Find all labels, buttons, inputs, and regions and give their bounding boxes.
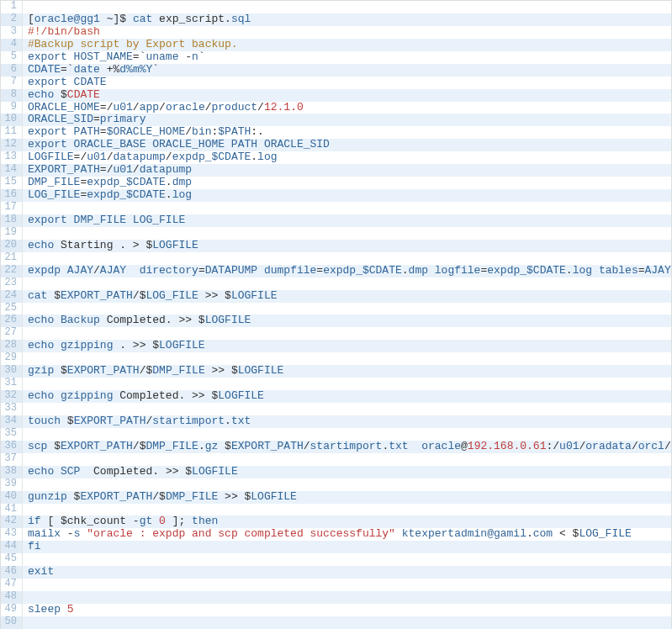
line-content: LOGFILE=/u01/datapump/expdp_$CDATE.log (23, 151, 278, 164)
token: ORACLE_SID (257, 139, 330, 151)
line-number: 46 (1, 566, 23, 579)
token: DMP_FILE (146, 441, 198, 452)
token: ]; (166, 515, 185, 527)
token: app (140, 102, 159, 114)
code-line: 4#Backup script by Export backup. (1, 39, 671, 51)
token: orcl (638, 441, 664, 452)
line-number: 29 (1, 352, 23, 365)
token: txt (389, 441, 408, 452)
line-number: 19 (1, 227, 23, 240)
token: >> (172, 314, 192, 326)
token: dmp (409, 265, 428, 277)
token: / (166, 151, 172, 163)
token: date (74, 64, 100, 76)
line-content: ORACLE_HOME=/u01/app/oracle/product/12.1… (23, 102, 304, 114)
code-line: 20echo Starting . > $LOGFILE (1, 240, 671, 252)
code-line: 2[oracle@gg1 ~]$ cat exp_script.sql (1, 13, 671, 26)
token: = (93, 114, 100, 125)
token: SCP (54, 466, 80, 478)
line-content: export DMP_FILE LOG_FILE (23, 214, 185, 227)
code-line: 14EXPORT_PATH=/u01/datapump (1, 164, 671, 177)
token: fi (28, 541, 41, 552)
token: / (205, 102, 212, 114)
token: EXPORT_PATH (28, 164, 100, 176)
token: LOG_FILE (126, 214, 185, 226)
line-content: export HOST_NAME=`uname -n` (23, 51, 205, 64)
token: expdp_$CDATE (87, 189, 166, 201)
line-number: 15 (1, 177, 23, 189)
token: [ (41, 515, 55, 527)
line-content (23, 227, 34, 240)
code-line: 9ORACLE_HOME=/u01/app/oracle/product/12.… (1, 102, 671, 114)
token: EXPORT_PATH (74, 415, 146, 427)
code-editor: 1 2[oracle@gg1 ~]$ cat exp_script.sql3#!… (0, 0, 672, 629)
line-number: 22 (1, 265, 23, 278)
code-line: 7export CDATE (1, 77, 671, 89)
line-content (23, 591, 34, 604)
line-content: echo Starting . > $LOGFILE (23, 240, 198, 252)
line-content: touch $EXPORT_PATH/startimport.txt (23, 415, 251, 428)
line-number: 36 (1, 441, 23, 453)
line-number: 32 (1, 390, 23, 403)
token: LOG_FILE (579, 528, 631, 540)
token: log (172, 189, 192, 201)
code-line: 41 (1, 504, 671, 516)
token: $ (238, 491, 251, 503)
token: DMP_FILE (152, 365, 204, 377)
line-number: 31 (1, 378, 23, 390)
token: / (632, 441, 638, 452)
line-content: gunzip $EXPORT_PATH/$DMP_FILE >> $LOGFIL… (23, 491, 297, 504)
code-line: 27 (1, 327, 671, 340)
code-line: 36scp $EXPORT_PATH/$DMP_FILE.gz $EXPORT_… (1, 441, 671, 453)
token: sleep (28, 604, 61, 616)
code-line: 21 (1, 252, 671, 265)
token: CDATE (28, 64, 61, 76)
token: = (61, 64, 67, 76)
line-number: 26 (1, 314, 23, 327)
line-number: 37 (1, 453, 23, 466)
line-number: 38 (1, 466, 23, 478)
line-number: 11 (1, 126, 23, 139)
line-number: 30 (1, 365, 23, 378)
code-line: 24cat $EXPORT_PATH/$LOG_FILE >> $LOGFILE (1, 290, 671, 303)
token: LOG_FILE (146, 290, 198, 302)
token: >> (159, 466, 178, 478)
token: >> (218, 491, 237, 503)
line-number: 7 (1, 77, 23, 89)
line-content: EXPORT_PATH=/u01/datapump (23, 164, 192, 177)
token: expdp (28, 265, 61, 277)
token: DMP_FILE (67, 214, 126, 226)
token: . (152, 466, 159, 478)
line-content: #Backup script by Export backup. (23, 39, 238, 51)
code-line: 6CDATE=`date +%d%m%Y` (1, 64, 671, 77)
code-line: 28echo gzipping . >> $LOGFILE (1, 340, 671, 352)
token: d%m%Y (119, 64, 152, 76)
token: LOGFILE (152, 240, 198, 251)
token: / (133, 290, 140, 302)
code-line: 15DMP_FILE=expdp_$CDATE.dmp (1, 177, 671, 189)
token: AJAY (100, 265, 126, 277)
line-number: 44 (1, 541, 23, 553)
token: n (192, 51, 198, 63)
code-line: 43mailx -s "oracle : expdp and scp compl… (1, 528, 671, 541)
token: oracle@gg1 (34, 13, 107, 25)
code-line: 5export HOST_NAME=`uname -n` (1, 51, 671, 64)
line-number: 2 (1, 13, 23, 26)
token: DATAPUMP (205, 265, 257, 277)
token: expdp_$CDATE (323, 265, 402, 277)
line-content: fi (23, 541, 41, 553)
token: echo (28, 466, 54, 478)
token: / (304, 441, 310, 452)
token: $ORACLE_HOME (107, 126, 186, 138)
token: :/ (546, 441, 559, 452)
line-number: 1 (1, 1, 23, 13)
code-line: 37 (1, 453, 671, 466)
token: primary (100, 114, 146, 125)
code-line: 17 (1, 202, 671, 214)
code-line: 26echo Backup Completed. >> $LOGFILE (1, 314, 671, 327)
token: EXPORT_PATH (61, 441, 133, 452)
token: / (159, 102, 166, 114)
token: >> (205, 365, 225, 377)
token: @ (461, 441, 468, 452)
token: - (61, 528, 74, 540)
